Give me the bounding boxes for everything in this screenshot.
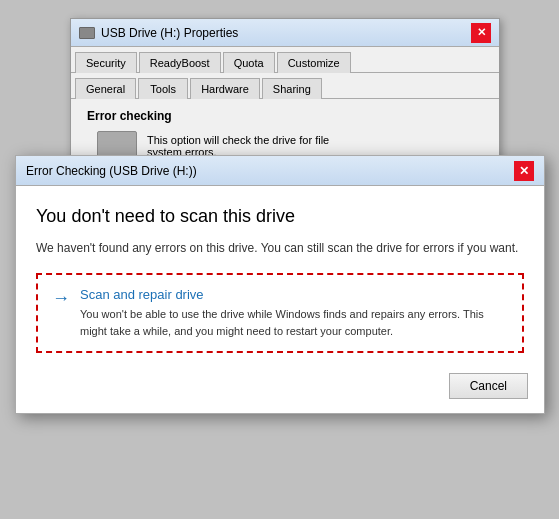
title-bar-left: USB Drive (H:) Properties xyxy=(79,26,238,40)
tab-security[interactable]: Security xyxy=(75,52,137,73)
tab-general[interactable]: General xyxy=(75,78,136,99)
dialog-title-bar: Error Checking (USB Drive (H:)) ✕ xyxy=(16,156,544,186)
dialog-description: We haven't found any errors on this driv… xyxy=(36,239,524,257)
scan-arrow-icon: → xyxy=(52,288,70,309)
dialog-body: You don't need to scan this drive We hav… xyxy=(16,186,544,363)
dialog-close-button[interactable]: ✕ xyxy=(514,161,534,181)
usb-close-button[interactable]: ✕ xyxy=(471,23,491,43)
tab-quota[interactable]: Quota xyxy=(223,52,275,73)
scan-option-content: Scan and repair drive You won't be able … xyxy=(80,287,508,339)
tabs-row-bottom: General Tools Hardware Sharing xyxy=(71,73,499,99)
dialog-cancel-button[interactable]: Cancel xyxy=(449,373,528,399)
tab-sharing[interactable]: Sharing xyxy=(262,78,322,99)
tab-customize[interactable]: Customize xyxy=(277,52,351,73)
tab-hardware[interactable]: Hardware xyxy=(190,78,260,99)
dialog-title: Error Checking (USB Drive (H:)) xyxy=(26,164,197,178)
tabs-row-top: Security ReadyBoost Quota Customize xyxy=(71,47,499,73)
usb-window-title: USB Drive (H:) Properties xyxy=(101,26,238,40)
error-text-line1: This option will check the drive for fil… xyxy=(147,134,329,146)
usb-title-bar: USB Drive (H:) Properties ✕ xyxy=(71,19,499,47)
scan-option-box[interactable]: → Scan and repair drive You won't be abl… xyxy=(36,273,524,353)
dialog-footer: Cancel xyxy=(16,363,544,413)
tab-tools[interactable]: Tools xyxy=(138,78,188,99)
error-checking-title: Error checking xyxy=(87,109,483,123)
scan-option-description: You won't be able to use the drive while… xyxy=(80,306,508,339)
dialog-heading: You don't need to scan this drive xyxy=(36,206,524,227)
error-checking-dialog: Error Checking (USB Drive (H:)) ✕ You do… xyxy=(15,155,545,414)
scan-option-title: Scan and repair drive xyxy=(80,287,508,302)
usb-drive-icon xyxy=(79,27,95,39)
tab-readyboost[interactable]: ReadyBoost xyxy=(139,52,221,73)
